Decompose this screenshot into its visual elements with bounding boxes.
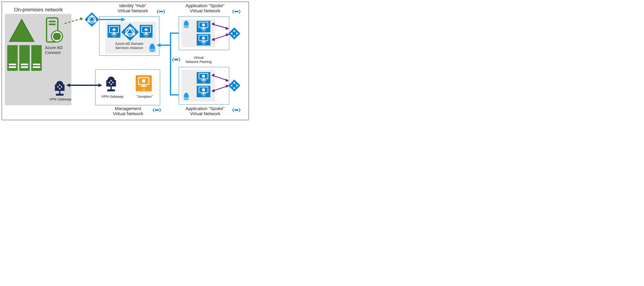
spoke2-vm1: VM (197, 72, 210, 84)
svg-rect-76 (202, 23, 205, 26)
app-spoke1-vnet: NSG VM VM (178, 16, 229, 50)
svg-point-116 (234, 110, 236, 111)
svg-point-96 (177, 59, 178, 60)
svg-point-68 (158, 110, 159, 111)
vpn-gateway-mgmt-icon (103, 73, 120, 93)
architecture-diagram: On-premises network Azure AD Connect (2, 1, 249, 120)
jumpbox-label: "Jumpbox" (133, 95, 156, 99)
svg-rect-23 (56, 94, 64, 96)
svg-rect-98 (202, 75, 205, 78)
svg-rect-77 (203, 27, 204, 28)
svg-point-67 (156, 110, 157, 111)
app-spoke2-title: Application "Spoke" Virtual Network (182, 106, 228, 116)
svg-point-34 (159, 11, 160, 12)
aadds-diamond-icon (120, 22, 140, 42)
jumpbox-vm: VM (136, 75, 152, 91)
svg-rect-99 (203, 79, 204, 80)
load-balancer-spoke1-icon (228, 27, 241, 40)
svg-rect-22 (59, 91, 60, 94)
svg-rect-12 (9, 66, 16, 68)
nsg-badge-hub: NSG (148, 43, 156, 52)
svg-rect-104 (201, 93, 206, 94)
svg-point-118 (237, 110, 238, 111)
svg-rect-78 (201, 28, 206, 29)
svg-rect-61 (107, 89, 115, 91)
server-rack-icons (7, 45, 42, 72)
identity-hub-title: Identity "Hub" Virtual Network (113, 3, 153, 13)
svg-point-35 (160, 11, 161, 12)
peering-icon-spoke1 (232, 8, 241, 15)
identity-hub-vnet: VM VM Azure AD Domain Services Instance … (99, 16, 160, 56)
svg-rect-51 (145, 32, 147, 34)
svg-marker-25 (80, 17, 83, 21)
peering-icon-center (171, 56, 181, 63)
svg-rect-65 (141, 86, 146, 87)
svg-rect-80 (202, 37, 205, 39)
onprem-region: Azure AD Connect (5, 14, 72, 105)
spoke1-vm2: VM (197, 34, 210, 45)
vpn-gateway-onprem-label: VPN Gateway (48, 97, 72, 101)
aadds-subnet: VM VM Azure AD Domain Services Instance … (105, 22, 156, 54)
load-balancer-spoke2-icon (228, 79, 241, 92)
aadds-vm2: VM (140, 25, 152, 38)
svg-rect-14 (21, 66, 28, 68)
svg-rect-64 (143, 85, 145, 86)
app-spoke2-subnet: VM VM NSG (182, 70, 215, 102)
svg-rect-16 (33, 66, 40, 68)
azure-ad-connect-label: Azure AD Connect (45, 45, 62, 55)
app-spoke1-title: Application "Spoke" Virtual Network (182, 3, 228, 13)
sync-server-icon (43, 17, 64, 44)
svg-rect-40 (112, 34, 116, 35)
svg-marker-105 (228, 79, 240, 92)
vpn-gateway-onprem-icon (52, 77, 69, 97)
svg-rect-11 (9, 64, 16, 65)
svg-rect-3 (49, 23, 56, 25)
svg-point-66 (155, 110, 156, 111)
peering-icon-spoke2 (232, 107, 241, 114)
svg-rect-103 (203, 92, 204, 93)
svg-rect-39 (113, 32, 115, 34)
svg-rect-82 (201, 42, 206, 42)
peering-label: Virtual Network Peering (182, 56, 215, 64)
svg-rect-102 (202, 88, 205, 91)
svg-marker-38 (112, 28, 116, 31)
svg-rect-13 (21, 64, 28, 65)
svg-rect-60 (110, 87, 112, 89)
peering-icon-mgmt (152, 107, 162, 114)
svg-point-73 (236, 11, 237, 12)
on-prem-triangle-icon (8, 18, 35, 43)
svg-rect-2 (49, 21, 56, 22)
svg-rect-52 (144, 34, 149, 35)
svg-point-72 (234, 11, 236, 12)
svg-marker-26 (84, 12, 99, 27)
onprem-title: On-premises network (14, 7, 63, 13)
spoke2-vm2: VM (197, 86, 210, 97)
svg-point-117 (236, 110, 237, 111)
svg-rect-63 (142, 79, 145, 83)
svg-rect-100 (201, 80, 206, 81)
svg-marker-50 (144, 28, 148, 31)
nsg-badge-spoke1: NSG (183, 20, 190, 28)
vpn-gateway-mgmt-label: VPN Gateway (100, 95, 124, 99)
azure-ad-cloud-icon (84, 11, 100, 27)
nsg-badge-spoke2: NSG (183, 92, 190, 101)
svg-marker-0 (9, 19, 34, 41)
svg-point-95 (176, 59, 176, 60)
svg-marker-41 (121, 23, 139, 41)
svg-rect-81 (203, 41, 204, 42)
svg-marker-83 (228, 27, 240, 40)
spoke1-vm1: VM (197, 21, 210, 32)
app-spoke1-subnet: NSG VM VM (182, 19, 215, 47)
svg-point-94 (174, 59, 175, 60)
management-title: Management Virtual Network (108, 106, 148, 116)
management-vnet: VPN Gateway VM "Jumpbox" (95, 69, 160, 105)
peering-icon-hub (156, 8, 166, 15)
svg-point-74 (237, 11, 238, 12)
app-spoke2-vnet: VM VM NSG (178, 67, 229, 105)
svg-rect-15 (33, 64, 40, 65)
aadds-label: Azure AD Domain Services Instance (111, 42, 148, 50)
svg-point-36 (162, 11, 163, 12)
aadds-vm1: VM (108, 25, 120, 38)
